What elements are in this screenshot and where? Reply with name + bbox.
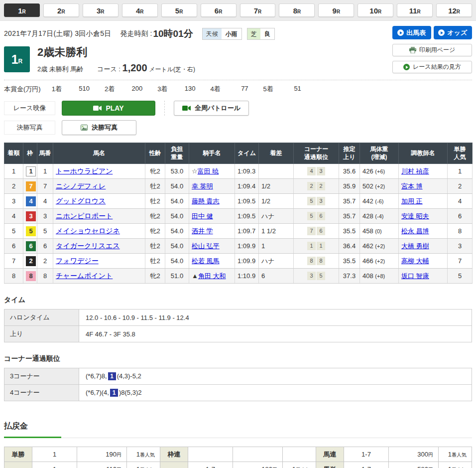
results-column-header: 馬名	[53, 143, 145, 164]
horse-weight-diff: (+2)	[375, 243, 385, 249]
horse-weight-diff: (+6)	[375, 168, 385, 174]
race-tab-5r[interactable]: 5R	[161, 3, 197, 17]
jockey-cell: 松山 弘平	[189, 239, 235, 254]
finish-position: 3	[4, 194, 23, 209]
horse-weight-diff: (-4)	[375, 213, 383, 219]
jockey-cell: 松若 風馬	[189, 254, 235, 269]
race-tab-7r[interactable]: 7R	[240, 3, 276, 17]
race-tab-6r[interactable]: 6R	[201, 3, 237, 17]
jockey-cell: 藤懸 貴志	[189, 194, 235, 209]
margin: 6	[259, 269, 294, 284]
print-page-button[interactable]: 印刷用ページ	[392, 44, 472, 56]
horse-name-link[interactable]: タイガークリスエス	[56, 242, 120, 250]
jockey-link[interactable]: 松若 風馬	[192, 257, 220, 265]
jockey-link[interactable]: 田中 健	[192, 212, 213, 220]
trainer-link[interactable]: 坂口 智康	[401, 272, 429, 280]
fukusho-label: 複勝	[4, 462, 32, 468]
trainer-link[interactable]: 大橋 勇樹	[401, 242, 429, 250]
trainer-link[interactable]: 高柳 大輔	[401, 257, 429, 265]
result-row-6: 666タイガークリスエス牡254.0松山 弘平1:09.911136.4462 …	[4, 239, 473, 254]
trainer-cell: 川村 禎彦	[399, 164, 448, 179]
horse-weight: 458	[362, 227, 375, 235]
media-section: レース映像 PLAY 全周パトロール 決勝写真 決勝写真	[4, 101, 472, 135]
fukusho-combo-1: 1	[32, 462, 77, 468]
carried-weight: 53.0	[165, 164, 189, 179]
race-tab-1r[interactable]: 1R	[4, 3, 40, 17]
race-tab-suffix: R	[337, 9, 340, 14]
race-tab-number: 6	[215, 6, 219, 15]
horse-name-link[interactable]: メイショウセロジネ	[56, 227, 120, 235]
last-3f-time: 35.5	[339, 254, 360, 269]
race-tab-2r[interactable]: 2R	[43, 3, 79, 17]
corner-position-badge: 1	[307, 242, 316, 250]
green-circle-arrow-icon	[403, 64, 410, 70]
horse-name-cell: ニシノデフィレ	[53, 179, 145, 194]
horse-weight-cell: 458 (0)	[360, 224, 399, 239]
race-tab-number: 12	[448, 6, 457, 15]
horse-name-link[interactable]: ニシノデフィレ	[56, 182, 106, 190]
horse-weight-diff: (+2)	[375, 183, 385, 189]
trainer-link[interactable]: 宮本 博	[401, 182, 423, 190]
trainer-link[interactable]: 加用 正	[401, 197, 423, 205]
entry-table-button[interactable]: 出馬表	[392, 26, 431, 39]
finish-position: 8	[4, 269, 23, 284]
jockey-cell: 酒井 学	[189, 224, 235, 239]
trainer-link[interactable]: 安達 昭夫	[401, 212, 429, 220]
race-tab-number: 10	[369, 6, 378, 15]
tansho-popularity: 1番人気	[127, 447, 160, 462]
results-column-header: 騎手名	[189, 143, 235, 164]
trainer-cell: 宮本 博	[399, 179, 448, 194]
trainer-link[interactable]: 松永 昌博	[401, 227, 429, 235]
race-tab-11r[interactable]: 11R	[397, 3, 433, 17]
video-camera-icon	[93, 105, 102, 111]
winner-number-highlight: 1	[110, 389, 118, 397]
horse-name-link[interactable]: フォワデジー	[56, 257, 99, 265]
jockey-link[interactable]: 松山 弘平	[192, 242, 220, 250]
odds-button[interactable]: オッズ	[434, 26, 473, 39]
sex-age: 牝2	[145, 224, 165, 239]
jockey-link[interactable]: 藤懸 貴志	[192, 197, 220, 205]
race-tab-12r[interactable]: 12R	[436, 3, 472, 17]
race-tab-suffix: R	[457, 9, 460, 14]
jockey-link[interactable]: 角田 大和	[198, 272, 226, 280]
horse-name-link[interactable]: グッドグロウス	[56, 197, 106, 205]
finish-position: 7	[4, 254, 23, 269]
race-results-table: 着順枠馬番馬名性齢負担 重量騎手名タイム着差コーナー 通過順位推定 上り馬体重 …	[4, 143, 473, 284]
race-tab-8r[interactable]: 8R	[279, 3, 315, 17]
trainer-link[interactable]: 川村 禎彦	[401, 167, 429, 175]
patrol-video-button[interactable]: 全周パトロール	[174, 101, 249, 116]
win-popularity: 5	[448, 269, 473, 284]
how-to-read-label: レース結果の見方	[413, 63, 461, 71]
race-tab-10r[interactable]: 10R	[357, 3, 393, 17]
race-tab-9r[interactable]: 9R	[318, 3, 354, 17]
how-to-read-button[interactable]: レース結果の見方	[392, 61, 472, 73]
corner-position-badge: 5	[307, 212, 316, 220]
video-camera-icon	[182, 105, 191, 111]
jockey-link[interactable]: 幸 英明	[192, 182, 213, 190]
horse-number: 6	[37, 239, 53, 254]
horse-name-link[interactable]: トーホウラビアン	[56, 167, 113, 175]
horse-name-link[interactable]: チャームポイント	[56, 272, 113, 280]
corner-position-badge: 1	[317, 242, 325, 250]
payout-heading: 払戻金	[4, 421, 472, 432]
horse-name-link[interactable]: ニホンピロポート	[56, 212, 113, 220]
race-conditions: 2歳 未勝利 馬齢	[37, 65, 83, 73]
race-tab-suffix: R	[61, 9, 65, 14]
prize-money-row: 本賞金(万円) 1着5102着2003着1304着775着51	[4, 80, 472, 94]
jockey-link[interactable]: 酒井 学	[192, 227, 213, 235]
race-number: 1	[11, 52, 18, 67]
corner-position-badge: 7	[307, 227, 316, 235]
results-column-header: 単勝 人気	[448, 143, 473, 164]
horse-weight: 428	[362, 212, 375, 220]
race-tab-3r[interactable]: 3R	[83, 3, 119, 17]
play-button[interactable]: PLAY	[62, 101, 155, 116]
corner-position-badge: 8	[317, 257, 325, 265]
course-distance: 1,200	[122, 62, 147, 73]
start-time-label: 発走時刻 :	[120, 29, 152, 38]
jockey-link[interactable]: 富田 暁	[198, 167, 219, 175]
fukusho-amount-1: 110円	[77, 462, 127, 468]
race-tab-4r[interactable]: 4R	[122, 3, 158, 17]
payout-table: 単勝 1 190円 1番人気 枠連 馬連 1-7 300円 1番人気 複勝 1 …	[4, 447, 472, 468]
finish-position: 5	[4, 224, 23, 239]
finish-photo-button[interactable]: 決勝写真	[62, 120, 136, 135]
